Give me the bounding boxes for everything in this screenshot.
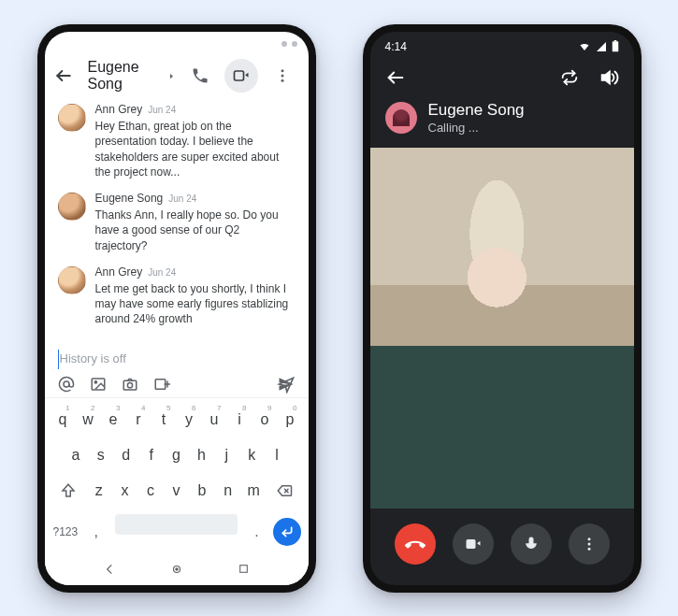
status-bar: 4:14 [370,32,634,58]
svg-point-14 [176,567,178,569]
key-d[interactable]: d [113,439,138,471]
key-s[interactable]: s [88,439,113,471]
key-x[interactable]: x [112,475,138,507]
key-e[interactable]: e3 [101,404,126,436]
key-k[interactable]: k [239,439,265,471]
toggle-mic-button[interactable] [511,523,552,565]
message-item: Ann GreyJun 24 Let me get back to you sh… [58,265,296,327]
call-header [370,58,634,95]
key-h[interactable]: h [189,439,214,471]
key-t[interactable]: t5 [151,404,177,436]
camera-icon[interactable] [122,376,138,393]
call-controls [370,509,634,585]
toggle-video-button[interactable] [453,523,494,565]
message-sender: Ann Grey [95,103,143,116]
back-arrow-icon[interactable] [54,66,80,85]
mention-icon[interactable] [58,376,75,393]
spacebar-key[interactable] [115,514,238,535]
key-u[interactable]: u7 [202,404,227,436]
key-c[interactable]: c [137,475,164,507]
chevron-right-icon [167,72,176,80]
enter-key[interactable] [272,510,303,553]
chat-header: Eugene Song [45,53,309,102]
nav-home-icon[interactable] [170,563,183,576]
message-time: Jun 24 [148,105,176,115]
avatar[interactable] [58,193,86,221]
speaker-icon[interactable] [599,67,619,88]
video-feed [370,148,634,509]
period-key[interactable]: . [241,510,272,553]
caller-status: Calling ... [428,121,525,135]
contact-name: Eugene Song [88,59,164,93]
svg-rect-17 [613,40,616,41]
svg-point-21 [587,542,590,545]
avatar[interactable] [58,104,86,132]
message-sender: Ann Grey [95,265,143,279]
svg-point-22 [587,547,590,550]
key-m[interactable]: m [240,475,267,507]
key-o[interactable]: o9 [252,404,278,436]
image-icon[interactable] [90,376,107,393]
backspace-key[interactable] [267,475,303,507]
key-f[interactable]: f [138,439,164,471]
phone-frame-right: 4:14 Eugene Song [363,24,642,593]
key-v[interactable]: v [164,475,190,507]
video-call-button[interactable] [224,59,258,93]
overflow-menu-button[interactable] [266,59,299,93]
key-z[interactable]: z [86,475,112,507]
svg-point-5 [64,381,69,387]
key-n[interactable]: n [215,475,241,507]
back-arrow-icon[interactable] [385,67,406,88]
contact-title[interactable]: Eugene Song [88,59,176,93]
comma-key[interactable]: , [80,510,111,553]
message-text: Thanks Ann, I really hope so. Do you hav… [95,208,296,253]
svg-rect-19 [466,539,475,549]
svg-rect-15 [240,566,248,573]
svg-point-3 [281,75,283,78]
key-b[interactable]: b [189,475,215,507]
key-p[interactable]: p0 [278,404,303,436]
switch-camera-icon[interactable] [559,67,580,88]
key-a[interactable]: a [64,439,89,471]
message-text: Hey Ethan, great job on the presentation… [95,119,296,179]
key-j[interactable]: j [214,439,239,471]
nav-back-icon[interactable] [103,563,116,576]
key-w[interactable]: w2 [76,404,101,436]
add-media-icon[interactable] [153,376,170,393]
message-input[interactable]: History is off [58,350,296,369]
svg-point-2 [281,69,283,72]
key-i[interactable]: i8 [227,404,252,436]
battery-icon [612,40,619,52]
message-time: Jun 24 [148,267,176,278]
svg-point-7 [94,380,96,382]
send-button[interactable] [277,375,296,394]
key-l[interactable]: l [265,439,290,471]
svg-point-9 [127,382,132,387]
call-overflow-button[interactable] [569,523,610,565]
key-r[interactable]: r4 [126,404,151,436]
symbols-key[interactable]: ?123 [50,510,81,553]
key-g[interactable]: g [164,439,189,471]
message-list: Ann GreyJun 24 Hey Ethan, great job on t… [45,102,309,343]
message-item: Eugene SongJun 24 Thanks Ann, I really h… [58,191,296,253]
caller-info: Eugene Song Calling ... [370,95,634,148]
compose-area: History is off [45,344,309,397]
wifi-icon [578,41,591,52]
shift-key[interactable] [50,475,87,507]
key-y[interactable]: y6 [177,404,202,436]
key-q[interactable]: q1 [50,404,76,436]
caller-name: Eugene Song [428,101,525,120]
caller-avatar [385,102,417,134]
avatar[interactable] [58,266,86,294]
keyboard: q1w2e3r4t5y6u7i8o9p0 asdfghjkl zxcvbnm ?… [45,397,309,585]
voice-call-button[interactable] [183,59,217,93]
video-call-screen: 4:14 Eugene Song [370,32,634,585]
hangup-button[interactable] [395,523,436,565]
message-sender: Eugene Song [95,192,164,205]
chat-screen: Eugene Song Ann GreyJun 24 Hey Ethan, g [45,32,309,585]
svg-rect-8 [123,380,137,390]
message-text: Let me get back to you shortly, I think … [95,281,296,327]
message-time: Jun 24 [168,193,196,204]
nav-recent-icon[interactable] [238,563,250,575]
android-navbar [49,555,305,585]
